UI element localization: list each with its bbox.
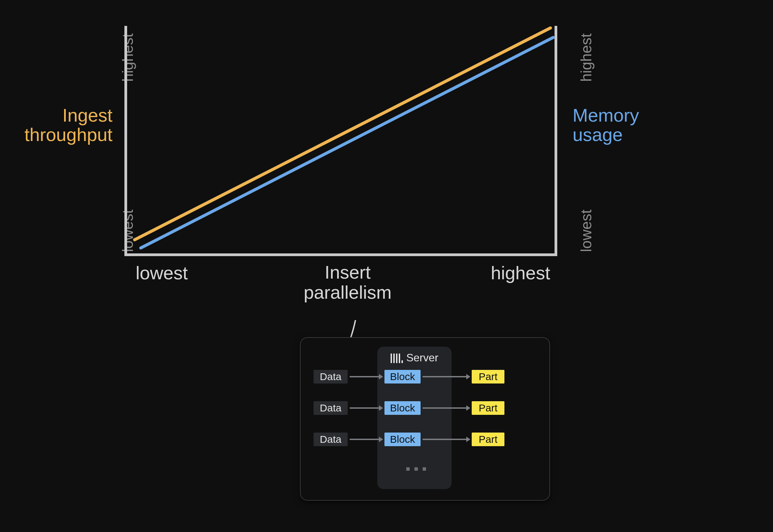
part-chip: Part <box>472 433 504 446</box>
x-axis-label-line1: Insert <box>324 262 370 282</box>
block-chip: Block <box>384 433 421 446</box>
part-chip: Part <box>472 370 504 384</box>
y-right-tick-low: lowest <box>578 209 595 252</box>
arrow-icon <box>348 433 384 446</box>
server-label: Server <box>406 351 438 364</box>
y-axis-left-title-line1: Ingest <box>62 105 112 125</box>
data-chip: Data <box>314 433 348 446</box>
x-tick-high: highest <box>491 262 550 283</box>
ellipsis-icon <box>406 467 426 471</box>
diagram-stage: Ingest throughput Memory usage lowest hi… <box>0 0 773 532</box>
y-axis-left-title: Ingest throughput <box>14 106 112 144</box>
y-axis-right-title-line1: Memory <box>573 105 639 125</box>
x-tick-low: lowest <box>136 262 188 283</box>
y-right-tick-high: highest <box>578 33 595 82</box>
y-axis-right-title: Memory usage <box>573 106 661 144</box>
arrow-icon <box>421 370 472 384</box>
chart-area <box>124 26 557 256</box>
arrow-icon <box>421 401 472 415</box>
chart-lines <box>124 26 557 256</box>
part-chip: Part <box>472 401 504 415</box>
data-chip: Data <box>314 370 348 384</box>
block-chip: Block <box>384 401 421 415</box>
arrow-icon <box>348 370 384 384</box>
y-axis-right-title-line2: usage <box>573 124 623 145</box>
pipeline-row: Data Block Part <box>314 369 536 385</box>
server-header: Server <box>377 351 452 364</box>
block-chip: Block <box>384 370 421 384</box>
pipeline-row: Data Block Part <box>314 431 536 448</box>
clickhouse-logo-icon <box>391 353 403 363</box>
pipeline-panel: Server Data Block Part Data Block <box>300 337 550 501</box>
arrow-icon <box>421 433 472 446</box>
line-ingest-throughput <box>135 28 550 240</box>
x-axis-label: Insert parallelism <box>297 262 399 303</box>
pipeline-row: Data Block Part <box>314 400 536 416</box>
data-chip: Data <box>314 401 348 415</box>
x-axis-label-line2: parallelism <box>304 282 392 302</box>
y-axis-left-title-line2: throughput <box>25 124 112 145</box>
line-memory-usage <box>141 37 553 248</box>
arrow-icon <box>348 401 384 415</box>
